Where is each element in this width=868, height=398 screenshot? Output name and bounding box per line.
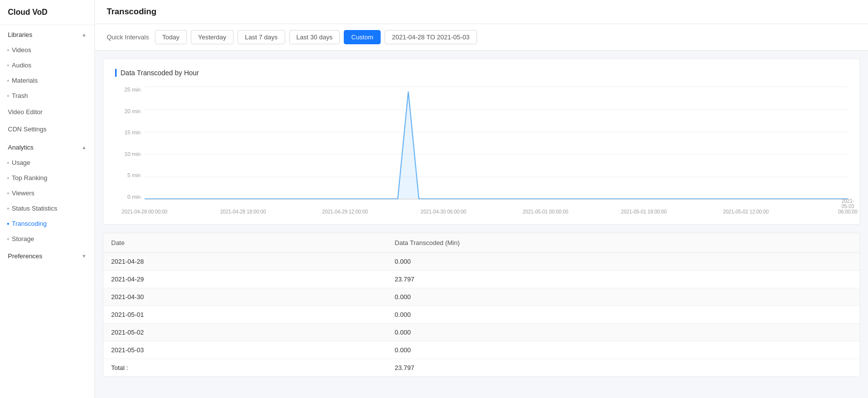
col-data-header: Data Transcoded (Min) <box>387 233 860 253</box>
date-range-button[interactable]: 2021-04-28 TO 2021-05-03 <box>385 30 477 44</box>
custom-button[interactable]: Custom <box>344 30 381 44</box>
svg-marker-1 <box>145 92 848 199</box>
sidebar-item-viewers[interactable]: Viewers <box>0 185 94 201</box>
table-row: 2021-04-300.000 <box>103 288 860 306</box>
y-label-15: 15 min <box>124 129 141 135</box>
sidebar-item-usage[interactable]: Usage <box>0 155 94 170</box>
x-label-4: 2021-05-01 00:00:00 <box>523 209 569 214</box>
table-row: 2021-04-2923.797 <box>103 271 860 288</box>
sidebar-item-videos[interactable]: Videos <box>0 42 94 58</box>
quick-intervals-label: Quick Intervals <box>107 33 149 41</box>
cell-value: 0.000 <box>387 253 860 271</box>
data-table-section: Date Data Transcoded (Min) 2021-04-280.0… <box>103 233 860 377</box>
sidebar-item-audios[interactable]: Audios <box>0 58 94 73</box>
chart-x-axis: 2021-04-28 00:00:00 2021-04-28 18:00:00 … <box>145 201 848 214</box>
analytics-label: Analytics <box>8 144 33 151</box>
cell-date: 2021-04-30 <box>103 288 387 306</box>
last30-button[interactable]: Last 30 days <box>289 30 340 44</box>
sidebar-item-video-editor[interactable]: Video Editor <box>0 103 94 121</box>
sidebar-item-materials[interactable]: Materials <box>0 73 94 88</box>
libraries-label: Libraries <box>8 31 32 38</box>
page-title: Transcoding <box>107 7 856 17</box>
total-value: 23.797 <box>387 359 860 377</box>
sidebar-item-cdn-settings[interactable]: CDN Settings <box>0 121 94 138</box>
interval-toolbar: Quick Intervals Today Yesterday Last 7 d… <box>95 24 868 51</box>
preferences-label: Preferences <box>8 252 42 260</box>
libraries-section[interactable]: Libraries ▲ <box>0 25 94 42</box>
total-label: Total : <box>103 359 387 377</box>
analytics-chevron-icon: ▲ <box>82 145 87 150</box>
y-label-0: 0 min <box>127 194 141 200</box>
chart-svg <box>145 87 848 199</box>
chart-container: 25 min 20 min 15 min 10 min 5 min 0 min <box>115 87 848 214</box>
preferences-section[interactable]: Preferences ▼ <box>0 246 94 264</box>
table-header-row: Date Data Transcoded (Min) <box>103 233 860 253</box>
page-header: Transcoding <box>95 0 868 24</box>
table-row: 2021-05-010.000 <box>103 306 860 324</box>
cell-value: 0.000 <box>387 324 860 341</box>
main-content: Transcoding Quick Intervals Today Yester… <box>95 0 868 398</box>
chart-y-axis: 25 min 20 min 15 min 10 min 5 min 0 min <box>115 87 145 200</box>
table-row: 2021-05-020.000 <box>103 324 860 341</box>
table-row: 2021-04-280.000 <box>103 253 860 271</box>
cell-date: 2021-04-28 <box>103 253 387 271</box>
app-logo: Cloud VoD <box>0 0 94 25</box>
cell-date: 2021-05-03 <box>103 341 387 359</box>
x-label-0: 2021-04-28 00:00:00 <box>122 209 168 214</box>
libraries-chevron-icon: ▲ <box>82 32 87 37</box>
cell-value: 0.000 <box>387 306 860 324</box>
yesterday-button[interactable]: Yesterday <box>191 30 234 44</box>
chart-plot-area <box>145 87 848 200</box>
data-table: Date Data Transcoded (Min) 2021-04-280.0… <box>103 233 860 376</box>
sidebar-item-top-ranking[interactable]: Top Ranking <box>0 170 94 185</box>
y-label-10: 10 min <box>124 151 141 157</box>
x-label-6: 2021-05-02 12:00:00 <box>723 209 769 214</box>
cell-date: 2021-05-01 <box>103 306 387 324</box>
preferences-chevron-icon: ▼ <box>82 253 87 259</box>
y-label-5: 5 min <box>127 172 141 178</box>
x-label-7: 2021-05-03 06:00:00 <box>838 198 858 214</box>
cell-date: 2021-05-02 <box>103 324 387 341</box>
x-label-2: 2021-04-29 12:00:00 <box>322 209 368 214</box>
y-label-25: 25 min <box>124 87 141 92</box>
cell-value: 0.000 <box>387 288 860 306</box>
total-row: Total :23.797 <box>103 359 860 377</box>
x-label-3: 2021-04-30 06:00:00 <box>420 209 466 214</box>
sidebar: Cloud VoD Libraries ▲ Videos Audios Mate… <box>0 0 95 398</box>
x-label-1: 2021-04-28 18:00:00 <box>220 209 266 214</box>
last7-button[interactable]: Last 7 days <box>238 30 285 44</box>
cell-value: 23.797 <box>387 271 860 288</box>
content-area: Quick Intervals Today Yesterday Last 7 d… <box>95 24 868 398</box>
analytics-section[interactable]: Analytics ▲ <box>0 138 94 155</box>
sidebar-item-trash[interactable]: Trash <box>0 88 94 103</box>
chart-section: Data Transcoded by Hour 25 min 20 min 15… <box>103 59 860 225</box>
y-label-20: 20 min <box>124 108 141 114</box>
sidebar-item-transcoding[interactable]: Transcoding <box>0 216 94 231</box>
sidebar-item-storage[interactable]: Storage <box>0 231 94 246</box>
today-button[interactable]: Today <box>155 30 187 44</box>
sidebar-item-status-statistics[interactable]: Status Statistics <box>0 201 94 216</box>
col-date-header: Date <box>103 233 387 253</box>
table-row: 2021-05-030.000 <box>103 341 860 359</box>
x-label-5: 2021-05-01 18:00:00 <box>621 209 667 214</box>
chart-title: Data Transcoded by Hour <box>115 69 848 77</box>
cell-value: 0.000 <box>387 341 860 359</box>
cell-date: 2021-04-29 <box>103 271 387 288</box>
